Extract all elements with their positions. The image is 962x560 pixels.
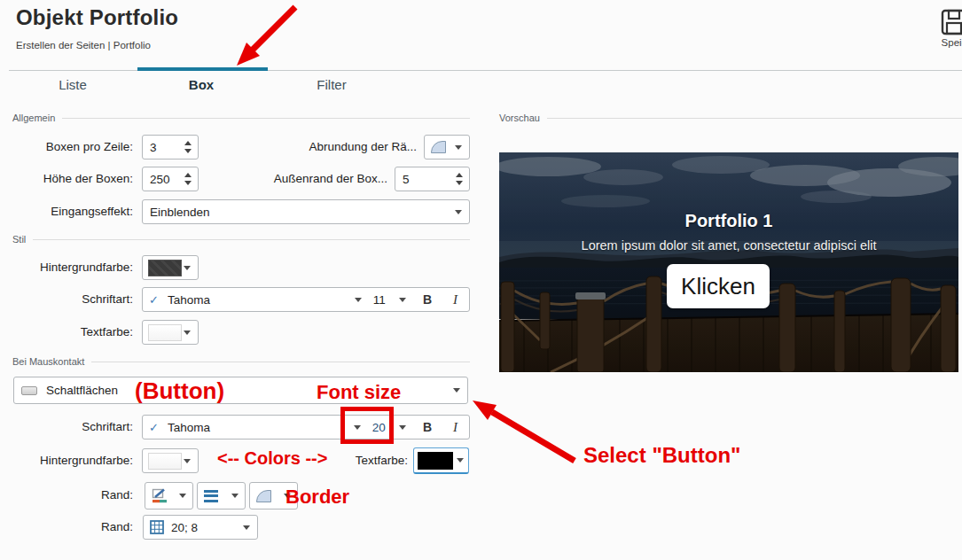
bold-button[interactable]: B <box>423 292 432 307</box>
abrundung-label: Abrundung der Rä... <box>239 135 417 159</box>
section-allgemein-header: Allgemein <box>12 113 470 123</box>
border-pen-icon <box>152 488 168 503</box>
page-title: Objekt Portfolio <box>16 5 178 30</box>
target-element-value: Schaltflächen <box>46 384 118 397</box>
chevron-down-icon[interactable] <box>399 425 406 430</box>
stil-font-size[interactable]: 11 <box>373 293 386 307</box>
chevron-down-icon <box>453 388 460 393</box>
section-stil-title: Stil <box>12 234 26 245</box>
stepper-down-icon[interactable] <box>456 181 463 185</box>
section-allgemein-title: Allgemein <box>12 113 55 123</box>
rounded-corner-icon <box>256 490 271 502</box>
button-shape-icon <box>21 386 37 395</box>
boxen-pro-zeile-label: Boxen pro Zeile: <box>0 135 133 159</box>
rand-label: Rand: <box>0 483 133 508</box>
save-button[interactable]: Speic <box>927 9 962 48</box>
abrundung-dropdown[interactable] <box>424 135 470 159</box>
rand-padding-value: 20; 8 <box>164 521 198 534</box>
stepper-up-icon[interactable] <box>184 173 192 177</box>
preview-card-title: Portfolio 1 <box>499 211 958 231</box>
rounded-corner-icon <box>431 141 446 153</box>
app-window: Objekt Portfolio Erstellen der Seiten | … <box>0 0 962 560</box>
section-vorschau-title: Vorschau <box>499 113 540 123</box>
hoehe-der-boxen-stepper[interactable]: 250 <box>142 167 199 191</box>
chevron-down-icon[interactable] <box>355 298 362 302</box>
section-vorschau-header: Vorschau <box>499 113 962 123</box>
rand-style-dropdown[interactable] <box>197 482 246 509</box>
boxen-pro-zeile-value: 3 <box>143 141 157 154</box>
tab-liste[interactable]: Liste <box>28 77 117 92</box>
chevron-down-icon[interactable] <box>399 298 406 302</box>
active-tab-indicator <box>137 67 268 71</box>
check-icon: ✓ <box>143 421 159 434</box>
chevron-down-icon <box>231 494 239 498</box>
aussenrand-value: 5 <box>395 173 410 186</box>
italic-button[interactable]: I <box>453 292 458 307</box>
preview-photo <box>499 152 958 372</box>
check-icon: ✓ <box>143 293 159 307</box>
save-button-label: Speic <box>927 37 962 48</box>
annotation-button-note: (Button) <box>135 377 224 405</box>
rand-padding-dropdown[interactable]: 20; 8 <box>143 515 258 540</box>
bold-button[interactable]: B <box>423 420 432 434</box>
maus-font-control[interactable]: ✓ Tahoma 20 B I <box>142 415 470 439</box>
eingangseffekt-label: Eingangseffekt: <box>0 199 133 224</box>
section-line <box>33 239 470 240</box>
boxen-pro-zeile-stepper[interactable]: 3 <box>142 135 199 159</box>
rand2-label: Rand: <box>0 515 133 540</box>
stepper-arrows[interactable] <box>184 173 198 185</box>
eingangseffekt-value: Einblenden <box>143 206 210 219</box>
stil-font-name: Tahoma <box>168 293 210 307</box>
stepper-arrows[interactable] <box>184 141 198 153</box>
stil-font-control[interactable]: ✓ Tahoma 11 B I <box>142 287 470 312</box>
section-stil-header: Stil <box>12 234 470 245</box>
maus-hintergrundfarbe-dropdown[interactable] <box>142 448 199 473</box>
tab-box[interactable]: Box <box>157 77 246 92</box>
section-mauskontakt-header: Bei Mauskontakt <box>12 356 470 367</box>
chevron-down-icon <box>455 210 462 214</box>
line-style-icon <box>204 490 218 502</box>
chevron-down-icon <box>243 525 250 530</box>
color-swatch-white <box>148 324 182 341</box>
section-line <box>62 118 470 119</box>
chevron-down-icon <box>457 458 464 463</box>
aussenrand-label: Außenrand der Box... <box>210 167 387 191</box>
save-icon <box>941 9 962 35</box>
italic-button[interactable]: I <box>453 420 458 435</box>
maus-textfarbe-dropdown[interactable] <box>413 447 469 474</box>
section-mauskontakt-title: Bei Mauskontakt <box>12 356 84 367</box>
chevron-down-icon <box>455 145 462 150</box>
rand-color-dropdown[interactable] <box>145 482 193 509</box>
annotation-border-note: Border <box>285 486 349 509</box>
annotation-select-note: Select "Button" <box>583 443 740 468</box>
chevron-down-icon <box>184 459 191 463</box>
section-line <box>547 118 962 119</box>
color-swatch-black <box>418 452 453 470</box>
grid-icon <box>150 520 164 534</box>
chevron-down-icon <box>184 331 191 335</box>
stil-textfarbe-dropdown[interactable] <box>142 320 199 345</box>
stepper-arrows[interactable] <box>456 173 469 185</box>
color-swatch-white <box>148 453 182 470</box>
annotation-fontsize-note: Font size <box>317 381 401 404</box>
stepper-up-icon[interactable] <box>456 173 463 177</box>
stil-hintergrundfarbe-label: Hintergrundfarbe: <box>0 255 133 280</box>
maus-schriftart-label: Schriftart: <box>0 415 133 439</box>
annotation-colors-note: <-- Colors --> <box>217 448 327 469</box>
color-swatch-dark <box>148 260 182 276</box>
stepper-up-icon[interactable] <box>184 141 192 145</box>
eingangseffekt-dropdown[interactable]: Einblenden <box>142 199 470 224</box>
aussenrand-stepper[interactable]: 5 <box>395 167 470 191</box>
stil-hintergrundfarbe-dropdown[interactable] <box>142 255 199 280</box>
stil-textfarbe-label: Textfarbe: <box>0 320 133 345</box>
tab-filter[interactable]: Filter <box>287 77 376 92</box>
stepper-down-icon[interactable] <box>184 181 192 185</box>
hoehe-der-boxen-value: 250 <box>143 173 170 186</box>
preview-klicken-button[interactable]: Klicken <box>667 264 770 308</box>
chevron-down-icon <box>184 266 191 270</box>
stepper-down-icon[interactable] <box>184 149 192 153</box>
stil-schriftart-label: Schriftart: <box>0 287 133 312</box>
maus-font-name: Tahoma <box>168 421 210 434</box>
breadcrumb: Erstellen der Seiten | Portfolio <box>16 40 151 51</box>
maus-hintergrundfarbe-label: Hintergrundfarbe: <box>0 448 133 473</box>
